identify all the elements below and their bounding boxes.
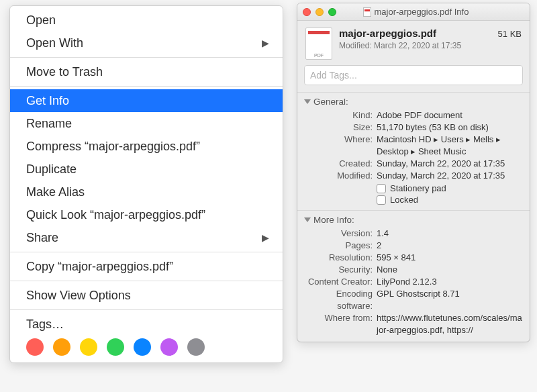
v-security: None xyxy=(377,264,523,276)
section-label: General: xyxy=(313,97,348,107)
menu-label: Make Alias xyxy=(26,184,85,200)
menu-copy[interactable]: Copy “major-arpeggios.pdf” xyxy=(10,255,283,278)
checkbox-icon[interactable] xyxy=(377,195,386,205)
menu-label: Compress “major-arpeggios.pdf” xyxy=(26,138,200,154)
file-pdf-icon xyxy=(305,28,332,60)
v-created: Sunday, March 22, 2020 at 17:35 xyxy=(377,158,523,170)
menu-open[interactable]: Open xyxy=(10,9,283,32)
section-header-more-info[interactable]: More Info: xyxy=(304,215,523,225)
stationery-row[interactable]: Stationery pad xyxy=(377,183,523,193)
v-pages: 2 xyxy=(377,240,523,252)
stationery-label: Stationery pad xyxy=(390,183,446,193)
v-kind: Adobe PDF document xyxy=(377,109,523,121)
separator xyxy=(10,57,283,58)
section-header-general[interactable]: General: xyxy=(304,97,523,107)
file-header: major-arpeggios.pdf Modified: March 22, … xyxy=(297,21,530,65)
menu-label: Duplicate xyxy=(26,161,77,177)
v-encoding: GPL Ghostscript 8.71 xyxy=(377,288,523,312)
tag-gray[interactable] xyxy=(187,338,205,356)
k-kind: Kind: xyxy=(304,109,377,121)
disclosure-triangle-icon xyxy=(304,99,311,104)
chevron-right-icon: ▶ xyxy=(262,230,269,246)
k-resolution: Resolution: xyxy=(304,252,377,264)
pdf-icon xyxy=(363,7,371,17)
v-resolution: 595 × 841 xyxy=(377,252,523,264)
section-more-info: More Info: Version:1.4 Pages:2 Resolutio… xyxy=(297,210,530,342)
locked-row[interactable]: Locked xyxy=(377,195,523,205)
menu-share[interactable]: Share ▶ xyxy=(10,226,283,249)
title-bar[interactable]: major-arpeggios.pdf Info xyxy=(297,3,530,21)
menu-label: Open xyxy=(26,12,56,28)
k-modified: Modified: xyxy=(304,170,377,182)
v-wherefrom: https://www.flutetunes.com/scales/major-… xyxy=(377,312,523,336)
menu-label: Move to Trash xyxy=(26,64,103,80)
menu-label: Quick Look “major-arpeggios.pdf” xyxy=(26,207,205,223)
tag-purple[interactable] xyxy=(160,338,178,356)
menu-move-to-trash[interactable]: Move to Trash xyxy=(10,60,283,83)
menu-tags[interactable]: Tags… xyxy=(10,313,283,336)
v-size: 51,170 bytes (53 KB on disk) xyxy=(377,121,523,134)
checkbox-icon[interactable] xyxy=(377,184,386,193)
get-info-window: major-arpeggios.pdf Info major-arpeggios… xyxy=(297,3,530,342)
tag-yellow[interactable] xyxy=(80,338,97,356)
menu-rename[interactable]: Rename xyxy=(10,112,283,135)
separator xyxy=(10,309,283,310)
separator xyxy=(10,252,283,252)
menu-label: Tags… xyxy=(26,316,64,332)
menu-label: Open With xyxy=(26,35,83,51)
section-label: More Info: xyxy=(313,215,354,225)
locked-label: Locked xyxy=(390,195,418,205)
file-modified: Modified: March 22, 2020 at 17:35 xyxy=(339,41,491,50)
tag-green[interactable] xyxy=(107,338,124,356)
context-menu: Open Open With ▶ Move to Trash Get Info … xyxy=(9,5,283,363)
menu-label: Get Info xyxy=(26,93,69,109)
k-creator: Content Creator: xyxy=(304,276,377,288)
tag-blue[interactable] xyxy=(134,338,151,356)
tag-red[interactable] xyxy=(26,338,44,356)
v-version: 1.4 xyxy=(377,228,523,240)
menu-open-with[interactable]: Open With ▶ xyxy=(10,32,283,54)
v-creator: LilyPond 2.12.3 xyxy=(377,276,523,288)
section-general: General: Kind:Adobe PDF document Size:51… xyxy=(297,92,530,210)
k-security: Security: xyxy=(304,264,377,276)
menu-label: Copy “major-arpeggios.pdf” xyxy=(26,258,173,275)
separator xyxy=(10,281,283,281)
chevron-right-icon: ▶ xyxy=(262,35,269,51)
k-pages: Pages: xyxy=(304,240,377,252)
v-modified: Sunday, March 22, 2020 at 17:35 xyxy=(377,170,523,182)
menu-quick-look[interactable]: Quick Look “major-arpeggios.pdf” xyxy=(10,203,283,226)
title-label: major-arpeggios.pdf Info xyxy=(375,7,469,17)
file-name: major-arpeggios.pdf xyxy=(339,28,491,39)
k-size: Size: xyxy=(304,121,377,134)
k-encoding: Encoding software: xyxy=(304,288,377,312)
disclosure-triangle-icon xyxy=(304,217,311,222)
menu-label: Share xyxy=(26,230,58,246)
menu-label: Show View Options xyxy=(26,287,131,303)
k-where: Where: xyxy=(304,134,377,158)
v-where: Macintosh HD ▸ Users ▸ Mells ▸ Desktop ▸… xyxy=(377,134,523,158)
tag-orange[interactable] xyxy=(53,338,70,356)
tags-input[interactable]: Add Tags... xyxy=(304,65,523,85)
menu-compress[interactable]: Compress “major-arpeggios.pdf” xyxy=(10,135,283,158)
k-created: Created: xyxy=(304,158,377,170)
menu-label: Rename xyxy=(26,115,72,132)
window-title: major-arpeggios.pdf Info xyxy=(307,7,524,17)
menu-make-alias[interactable]: Make Alias xyxy=(10,181,283,203)
tag-color-row xyxy=(10,336,283,356)
menu-duplicate[interactable]: Duplicate xyxy=(10,158,283,181)
menu-get-info[interactable]: Get Info xyxy=(10,89,283,112)
separator xyxy=(10,86,283,87)
k-wherefrom: Where from: xyxy=(304,312,377,336)
k-version: Version: xyxy=(304,228,377,240)
menu-show-view-options[interactable]: Show View Options xyxy=(10,284,283,307)
file-size: 51 KB xyxy=(498,28,522,39)
